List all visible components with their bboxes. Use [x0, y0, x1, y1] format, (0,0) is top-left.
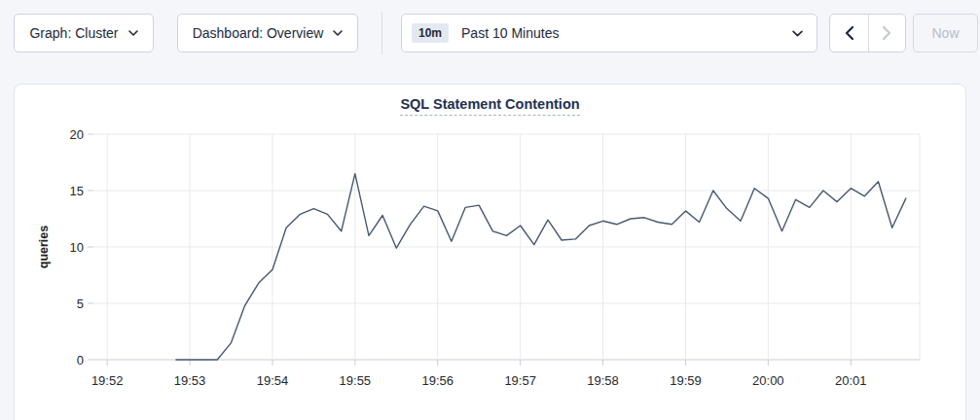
time-range-label: Past 10 Minutes [461, 25, 792, 41]
x-tick-label: 19:56 [421, 373, 454, 388]
y-tick-label: 10 [70, 240, 84, 255]
x-tick-label: 20:01 [835, 373, 867, 388]
chevron-down-icon [792, 30, 803, 37]
graph-dropdown-label: Graph: Cluster [29, 25, 118, 41]
graph-dropdown-button[interactable]: Graph: Cluster [14, 14, 154, 52]
chart-card: SQL Statement Contention 0510152019:5219… [14, 84, 966, 420]
chevron-down-icon [128, 30, 138, 36]
chevron-left-icon [845, 26, 853, 40]
y-tick-label: 15 [70, 184, 84, 198]
now-button-label: Now [931, 25, 959, 41]
prev-range-button[interactable] [830, 15, 868, 52]
toolbar: Graph: Cluster Dashboard: Overview 10m P… [14, 14, 966, 52]
chevron-down-icon [333, 30, 343, 36]
y-tick-label: 0 [77, 353, 84, 368]
time-nav-group [829, 14, 906, 52]
toolbar-divider [381, 12, 382, 54]
time-range-selector[interactable]: 10m Past 10 Minutes [401, 14, 817, 52]
x-tick-label: 19:52 [91, 373, 124, 388]
x-tick-label: 20:00 [752, 373, 784, 388]
x-tick-label: 19:55 [340, 373, 372, 388]
x-tick-label: 19:53 [174, 373, 206, 388]
chart-title[interactable]: SQL Statement Contention [400, 96, 579, 116]
y-tick-label: 20 [70, 127, 84, 142]
x-tick-label: 19:57 [504, 373, 536, 388]
sql-contention-chart[interactable]: 0510152019:5219:5319:5419:5519:5619:5719… [15, 122, 965, 420]
x-tick-label: 19:58 [587, 373, 619, 388]
dashboard-dropdown-button[interactable]: Dashboard: Overview [177, 14, 358, 52]
chart-title-row: SQL Statement Contention [15, 95, 965, 119]
time-range-badge: 10m [412, 23, 449, 43]
chevron-right-icon [883, 26, 891, 40]
y-axis-label: queries [37, 226, 51, 269]
x-tick-label: 19:59 [670, 373, 702, 388]
now-button[interactable]: Now [913, 14, 978, 52]
y-tick-label: 5 [77, 297, 84, 311]
dashboard-dropdown-label: Dashboard: Overview [193, 25, 324, 41]
next-range-button[interactable] [868, 15, 906, 52]
x-tick-label: 19:54 [257, 373, 289, 388]
data-line [176, 174, 906, 360]
